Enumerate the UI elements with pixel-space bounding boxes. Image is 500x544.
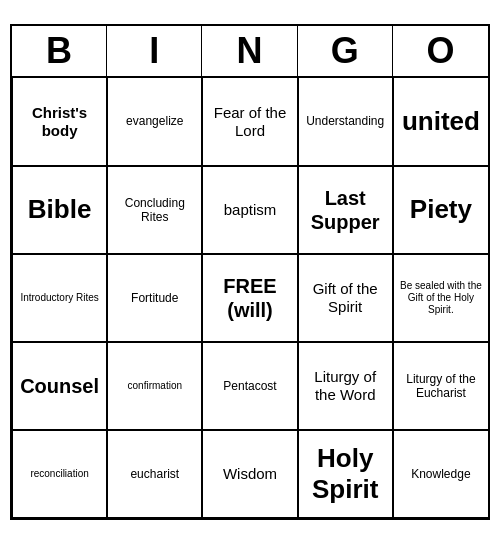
bingo-header: BINGO: [12, 26, 488, 78]
bingo-cell-5: Bible: [12, 166, 107, 254]
bingo-cell-18: Liturgy of the Word: [298, 342, 393, 430]
bingo-cell-22: Wisdom: [202, 430, 297, 518]
header-letter-O: O: [393, 26, 488, 76]
bingo-cell-9: Piety: [393, 166, 488, 254]
header-letter-N: N: [202, 26, 297, 76]
bingo-cell-16: confirmation: [107, 342, 202, 430]
bingo-cell-2: Fear of the Lord: [202, 78, 297, 166]
bingo-cell-14: Be sealed with the Gift of the Holy Spir…: [393, 254, 488, 342]
bingo-cell-11: Fortitude: [107, 254, 202, 342]
header-letter-B: B: [12, 26, 107, 76]
bingo-cell-21: eucharist: [107, 430, 202, 518]
bingo-card: BINGO Christ's bodyevangelizeFear of the…: [10, 24, 490, 520]
bingo-cell-8: Last Supper: [298, 166, 393, 254]
bingo-cell-12: FREE (will): [202, 254, 297, 342]
bingo-cell-10: Introductory Rites: [12, 254, 107, 342]
header-letter-I: I: [107, 26, 202, 76]
bingo-cell-7: baptism: [202, 166, 297, 254]
bingo-cell-24: Knowledge: [393, 430, 488, 518]
bingo-cell-13: Gift of the Spirit: [298, 254, 393, 342]
bingo-cell-23: Holy Spirit: [298, 430, 393, 518]
bingo-cell-17: Pentacost: [202, 342, 297, 430]
bingo-cell-6: Concluding Rites: [107, 166, 202, 254]
bingo-grid: Christ's bodyevangelizeFear of the LordU…: [12, 78, 488, 518]
bingo-cell-1: evangelize: [107, 78, 202, 166]
bingo-cell-15: Counsel: [12, 342, 107, 430]
bingo-cell-4: united: [393, 78, 488, 166]
header-letter-G: G: [298, 26, 393, 76]
bingo-cell-20: reconciliation: [12, 430, 107, 518]
bingo-cell-19: Liturgy of the Eucharist: [393, 342, 488, 430]
bingo-cell-0: Christ's body: [12, 78, 107, 166]
bingo-cell-3: Understanding: [298, 78, 393, 166]
